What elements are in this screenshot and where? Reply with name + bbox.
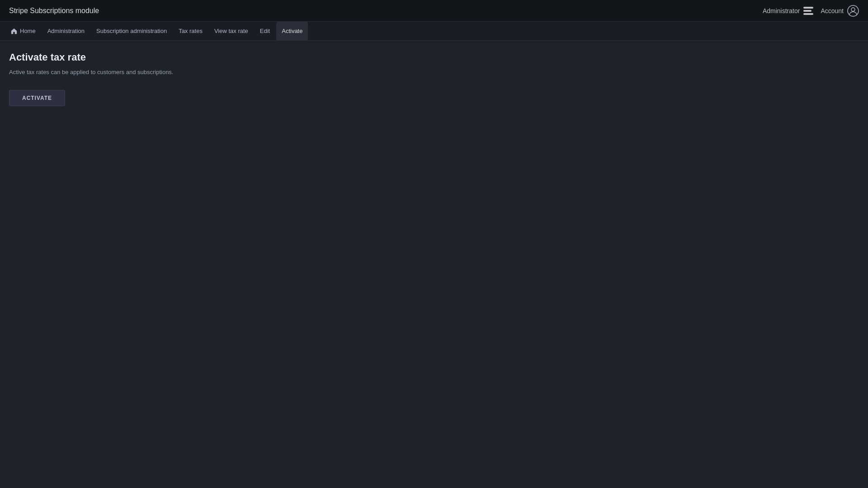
topbar-right: Administrator Account — [763, 5, 859, 17]
nav-activate-label: Activate — [282, 28, 302, 34]
nav-home[interactable]: Home — [5, 22, 41, 41]
nav-view-tax-rate[interactable]: View tax rate — [209, 22, 254, 41]
page-title: Activate tax rate — [9, 52, 859, 63]
svg-point-1 — [851, 8, 855, 11]
account-icon — [847, 5, 859, 17]
nav-tax-rates[interactable]: Tax rates — [173, 22, 208, 41]
topbar-left: Stripe Subscriptions module — [9, 7, 99, 15]
nav-administration-label: Administration — [47, 28, 85, 34]
home-icon — [11, 28, 17, 34]
app-title: Stripe Subscriptions module — [9, 7, 99, 15]
subnav: Home Administration Subscription adminis… — [0, 22, 868, 41]
nav-home-label: Home — [20, 28, 36, 34]
page-description: Active tax rates can be applied to custo… — [9, 69, 859, 75]
nav-edit-label: Edit — [260, 28, 270, 34]
nav-administration[interactable]: Administration — [42, 22, 90, 41]
stack-icon — [803, 6, 813, 16]
administrator-label: Administrator — [763, 7, 800, 14]
main-content: Activate tax rate Active tax rates can b… — [0, 41, 868, 117]
nav-activate[interactable]: Activate — [276, 22, 308, 41]
nav-subscription-admin-label: Subscription administration — [96, 28, 167, 34]
nav-view-tax-rate-label: View tax rate — [214, 28, 248, 34]
nav-subscription-admin[interactable]: Subscription administration — [91, 22, 172, 41]
nav-edit[interactable]: Edit — [255, 22, 275, 41]
topbar: Stripe Subscriptions module Administrato… — [0, 0, 868, 22]
account-section[interactable]: Account — [821, 5, 859, 17]
nav-tax-rates-label: Tax rates — [179, 28, 203, 34]
administrator-section[interactable]: Administrator — [763, 6, 813, 16]
activate-button[interactable]: ACTIVATE — [9, 90, 65, 106]
account-label: Account — [821, 7, 844, 14]
